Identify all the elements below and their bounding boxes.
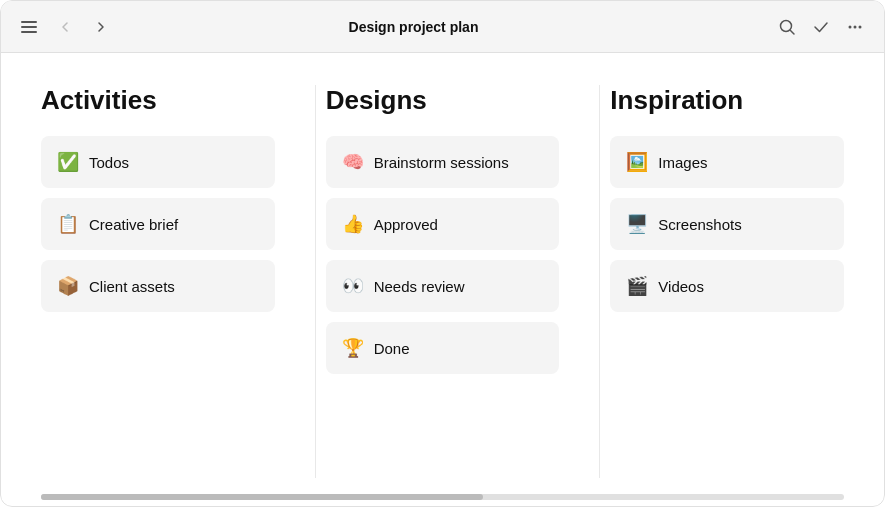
card-images[interactable]: 🖼️ Images <box>610 136 844 188</box>
activities-card-list: ✅ Todos 📋 Creative brief 📦 Client assets <box>41 136 275 312</box>
svg-point-2 <box>849 25 852 28</box>
done-emoji: 🏆 <box>342 337 364 359</box>
client-assets-emoji: 📦 <box>57 275 79 297</box>
inspiration-header: Inspiration <box>610 85 844 116</box>
activities-column: Activities ✅ Todos 📋 Creative brief 📦 Cl… <box>41 85 305 478</box>
approved-label: Approved <box>374 216 438 233</box>
titlebar: Design project plan <box>1 1 884 53</box>
forward-button[interactable] <box>89 15 113 39</box>
card-done[interactable]: 🏆 Done <box>326 322 560 374</box>
brainstorm-emoji: 🧠 <box>342 151 364 173</box>
activities-header: Activities <box>41 85 275 116</box>
svg-point-4 <box>859 25 862 28</box>
divider-2 <box>599 85 600 478</box>
inspiration-card-list: 🖼️ Images 🖥️ Screenshots 🎬 Videos <box>610 136 844 312</box>
designs-card-list: 🧠 Brainstorm sessions 👍 Approved 👀 Needs… <box>326 136 560 374</box>
scrollbar-thumb <box>41 494 483 500</box>
app-window: Design project plan <box>0 0 885 507</box>
search-icon <box>778 18 796 36</box>
designs-header: Designs <box>326 85 560 116</box>
chevron-right-icon <box>93 19 109 35</box>
client-assets-label: Client assets <box>89 278 175 295</box>
check-button[interactable] <box>808 14 834 40</box>
main-content: Activities ✅ Todos 📋 Creative brief 📦 Cl… <box>1 53 884 478</box>
svg-line-1 <box>791 30 795 34</box>
card-needs-review[interactable]: 👀 Needs review <box>326 260 560 312</box>
inspiration-column: Inspiration 🖼️ Images 🖥️ Screenshots 🎬 V… <box>610 85 844 478</box>
menu-icon <box>21 21 37 33</box>
images-emoji: 🖼️ <box>626 151 648 173</box>
images-label: Images <box>658 154 707 171</box>
back-button[interactable] <box>53 15 77 39</box>
page-title: Design project plan <box>125 19 702 35</box>
search-button[interactable] <box>774 14 800 40</box>
more-button[interactable] <box>842 14 868 40</box>
bottom-area <box>1 478 884 506</box>
approved-emoji: 👍 <box>342 213 364 235</box>
card-approved[interactable]: 👍 Approved <box>326 198 560 250</box>
screenshots-label: Screenshots <box>658 216 741 233</box>
todos-label: Todos <box>89 154 129 171</box>
divider-1 <box>315 85 316 478</box>
brainstorm-label: Brainstorm sessions <box>374 154 509 171</box>
card-brainstorm[interactable]: 🧠 Brainstorm sessions <box>326 136 560 188</box>
videos-emoji: 🎬 <box>626 275 648 297</box>
menu-button[interactable] <box>17 17 41 37</box>
done-label: Done <box>374 340 410 357</box>
card-todos[interactable]: ✅ Todos <box>41 136 275 188</box>
todos-emoji: ✅ <box>57 151 79 173</box>
videos-label: Videos <box>658 278 704 295</box>
chevron-left-icon <box>57 19 73 35</box>
designs-column: Designs 🧠 Brainstorm sessions 👍 Approved… <box>326 85 590 478</box>
checkmark-icon <box>812 18 830 36</box>
toolbar-right <box>774 14 868 40</box>
scrollbar-track[interactable] <box>41 494 844 500</box>
more-dots-icon <box>846 18 864 36</box>
creative-brief-emoji: 📋 <box>57 213 79 235</box>
card-client-assets[interactable]: 📦 Client assets <box>41 260 275 312</box>
card-creative-brief[interactable]: 📋 Creative brief <box>41 198 275 250</box>
needs-review-label: Needs review <box>374 278 465 295</box>
svg-point-3 <box>854 25 857 28</box>
creative-brief-label: Creative brief <box>89 216 178 233</box>
svg-point-0 <box>781 20 792 31</box>
card-videos[interactable]: 🎬 Videos <box>610 260 844 312</box>
needs-review-emoji: 👀 <box>342 275 364 297</box>
screenshots-emoji: 🖥️ <box>626 213 648 235</box>
card-screenshots[interactable]: 🖥️ Screenshots <box>610 198 844 250</box>
